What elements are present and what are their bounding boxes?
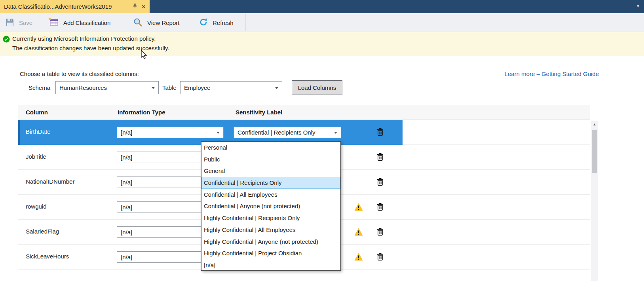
delete-classification-button[interactable] <box>377 203 384 212</box>
information-type-value: [n/a] <box>121 129 132 136</box>
mouse-cursor <box>141 50 147 61</box>
table-label: Table <box>162 81 177 95</box>
info-banner: Currently using Microsoft Information Pr… <box>0 32 644 56</box>
information-type-value: [n/a] <box>121 154 132 161</box>
chevron-down-icon <box>217 132 220 134</box>
information-type-value: [n/a] <box>121 229 132 235</box>
document-tab[interactable]: Data Classificatio...AdventureWorks2019 … <box>0 0 150 13</box>
dropdown-option[interactable]: Highly Confidential | Recipients Only <box>201 212 340 224</box>
grid-header: Column Information Type Sensitivity Labe… <box>18 105 590 120</box>
delete-classification-button[interactable] <box>377 128 384 137</box>
close-icon[interactable]: × <box>141 3 146 10</box>
save-icon <box>6 18 14 28</box>
column-name: BirthDate <box>26 128 51 135</box>
document-tab-title: Data Classificatio...AdventureWorks2019 <box>4 3 130 10</box>
delete-classification-button[interactable] <box>377 178 384 187</box>
information-type-select[interactable]: [n/a] <box>117 127 224 138</box>
vertical-scrollbar[interactable]: ▲ <box>591 121 598 281</box>
success-check-icon <box>3 36 10 44</box>
add-classification-button[interactable]: Add Classification <box>48 13 110 32</box>
table-select[interactable]: Employee <box>180 81 282 94</box>
delete-classification-button[interactable] <box>377 253 384 262</box>
header-information-type: Information Type <box>118 109 165 116</box>
information-type-value: [n/a] <box>121 179 132 186</box>
dropdown-option[interactable]: Personal <box>201 142 340 154</box>
add-classification-icon <box>48 17 59 28</box>
sensitivity-label-select[interactable]: Confidential | Recipients Only <box>234 127 341 138</box>
scroll-up-arrow-icon[interactable]: ▲ <box>591 121 598 128</box>
sensitivity-dropdown-list: Personal Public General Confidential | R… <box>201 141 341 271</box>
save-label: Save <box>19 19 32 26</box>
dropdown-option-highlighted[interactable]: Confidential | Recipients Only <box>201 177 340 189</box>
load-columns-button[interactable]: Load Columns <box>292 80 342 95</box>
delete-classification-button[interactable] <box>377 228 384 237</box>
view-report-button[interactable]: View Report <box>133 13 179 32</box>
warning-icon <box>354 253 363 262</box>
dropdown-option[interactable]: Highly Confidential | Project Obsidian <box>201 247 340 259</box>
schema-select[interactable]: HumanResources <box>55 81 159 94</box>
view-report-label: View Report <box>147 19 179 26</box>
row-selection-accent <box>18 120 20 145</box>
magnifier-icon <box>133 17 142 28</box>
warning-icon <box>354 228 363 237</box>
chevron-down-icon <box>334 132 337 134</box>
add-classification-label: Add Classification <box>63 19 110 26</box>
dropdown-option[interactable]: Highly Confidential | Anyone (not protec… <box>201 236 340 248</box>
schema-label: Schema <box>28 81 50 95</box>
information-type-value: [n/a] <box>121 204 132 211</box>
scrollbar-thumb[interactable] <box>592 130 597 173</box>
document-tab-bar: Data Classificatio...AdventureWorks2019 … <box>0 0 644 13</box>
chevron-down-icon[interactable]: ▼ <box>636 4 640 8</box>
information-type-value: [n/a] <box>121 254 132 260</box>
warning-icon <box>354 203 363 213</box>
dropdown-option[interactable]: Highly Confidential | All Employees <box>201 224 340 236</box>
delete-classification-button[interactable] <box>377 153 384 162</box>
refresh-label: Refresh <box>213 19 234 26</box>
dropdown-option[interactable]: Confidential | All Employees <box>201 189 340 201</box>
column-name: NationalIDNumber <box>26 178 74 185</box>
dropdown-option[interactable]: Public <box>201 154 340 165</box>
header-column: Column <box>26 109 48 116</box>
toolbar-divider <box>245 14 246 31</box>
toolbar: Save Add Classification View Report <box>0 13 644 32</box>
column-name: SickLeaveHours <box>26 253 69 260</box>
sensitivity-label-value: Confidential | Recipients Only <box>237 129 315 136</box>
choose-table-label: Choose a table to view its classified co… <box>20 70 139 77</box>
banner-line-1: Currently using Microsoft Information Pr… <box>12 35 156 42</box>
column-name: rowguid <box>26 203 47 210</box>
refresh-button[interactable]: Refresh <box>199 13 234 32</box>
column-name: SalariedFlag <box>26 228 59 235</box>
dropdown-option[interactable]: General <box>201 165 340 177</box>
dropdown-option[interactable]: Confidential | Anyone (not protected) <box>201 200 340 212</box>
save-button[interactable]: Save <box>6 13 32 32</box>
learn-more-link[interactable]: Learn more – Getting Started Guide <box>505 70 599 77</box>
pin-icon[interactable] <box>133 3 137 10</box>
dropdown-option[interactable]: [n/a] <box>201 259 340 271</box>
schema-select-value: HumanResources <box>59 84 107 91</box>
refresh-icon <box>199 18 208 28</box>
column-name: JobTitle <box>26 153 46 160</box>
table-select-value: Employee <box>184 84 211 91</box>
header-sensitivity-label: Sensitivity Label <box>236 109 282 116</box>
chevron-down-icon <box>152 87 155 89</box>
chevron-down-icon <box>275 87 278 89</box>
